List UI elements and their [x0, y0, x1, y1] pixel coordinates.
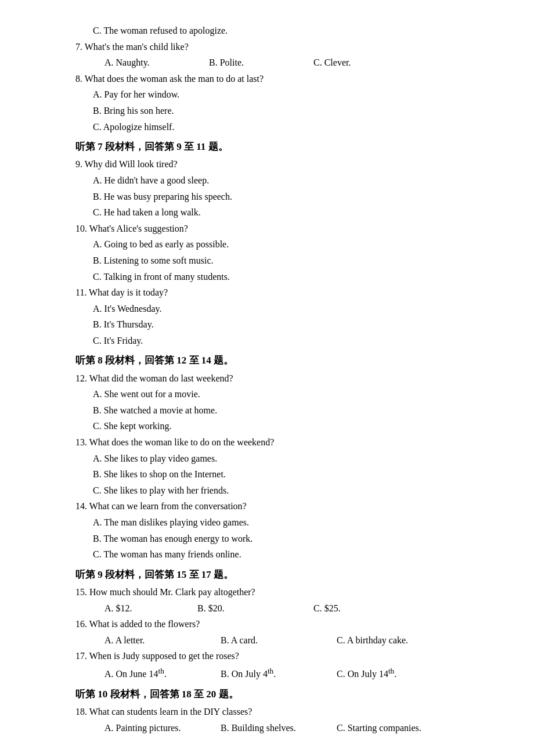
section-header: 听第 7 段材料，回答第 9 至 11 题。	[75, 139, 476, 154]
option-item: C. Clever.	[313, 55, 418, 70]
option-item: A. A letter.	[104, 633, 221, 648]
section-header: 听第 8 段材料，回答第 12 至 14 题。	[75, 352, 476, 368]
option-line: B. She watched a movie at home.	[93, 403, 476, 418]
question-line: 8. What does the woman ask the man to do…	[75, 71, 476, 87]
options-row: A. A letter.B. A card.C. A birthday cake…	[104, 633, 476, 648]
question-line: 18. What can students learn in the DIY c…	[75, 704, 476, 719]
option-item: C. On July 14th.	[337, 665, 453, 682]
question-line: 11. What day is it today?	[75, 285, 476, 300]
option-line: A. He didn't have a good sleep.	[93, 173, 476, 188]
option-item: A. Naughty.	[104, 55, 209, 70]
option-item: A. $12.	[104, 601, 197, 616]
question-line: 16. What is added to the flowers?	[75, 617, 476, 632]
option-item: C. $25.	[313, 601, 406, 616]
option-item: B. Building shelves.	[221, 721, 337, 736]
option-item: C. A birthday cake.	[337, 633, 464, 648]
question-line: 15. How much should Mr. Clark pay altoge…	[75, 585, 476, 600]
option-line: A. Pay for her window.	[93, 87, 476, 102]
question-line: 7. What's the man's child like?	[75, 39, 476, 55]
options-row-super: A. On June 14th.B. On July 4th.C. On Jul…	[104, 665, 476, 682]
question-line: 13. What does the woman like to do on th…	[75, 435, 476, 450]
option-item: B. On July 4th.	[221, 665, 337, 682]
option-item: B. A card.	[221, 633, 337, 648]
option-line: B. It's Thursday.	[93, 317, 476, 332]
option-line: C. She likes to play with her friends.	[93, 483, 476, 498]
option-line: C. The woman has many friends online.	[93, 547, 476, 562]
option-line: A. The man dislikes playing video games.	[93, 515, 476, 530]
option-line: C. The woman refused to apologize.	[93, 23, 476, 38]
option-line: A. It's Wednesday.	[93, 301, 476, 316]
option-line: B. The woman has enough energy to work.	[93, 531, 476, 546]
content: C. The woman refused to apologize.7. Wha…	[75, 23, 476, 735]
option-item: B. Polite.	[209, 55, 313, 70]
options-row: A. Naughty.B. Polite.C. Clever.	[104, 55, 476, 70]
option-line: C. Apologize himself.	[93, 120, 476, 135]
option-item: A. Painting pictures.	[104, 721, 221, 736]
option-line: C. He had taken a long walk.	[93, 205, 476, 220]
option-line: A. Going to bed as early as possible.	[93, 237, 476, 252]
option-line: B. Bring his son here.	[93, 103, 476, 118]
section-header: 听第 10 段材料，回答第 18 至 20 题。	[75, 686, 476, 702]
option-line: B. She likes to shop on the Internet.	[93, 467, 476, 482]
question-line: 10. What's Alice's suggestion?	[75, 221, 476, 236]
options-row: A. $12.B. $20.C. $25.	[104, 601, 476, 616]
option-line: C. It's Friday.	[93, 333, 476, 348]
option-item: A. On June 14th.	[104, 665, 221, 682]
option-item: B. $20.	[197, 601, 313, 616]
question-line: 14. What can we learn from the conversat…	[75, 499, 476, 514]
option-line: A. She went out for a movie.	[93, 387, 476, 402]
question-line: 9. Why did Will look tired?	[75, 157, 476, 172]
question-line: 12. What did the woman do last weekend?	[75, 371, 476, 386]
option-line: B. He was busy preparing his speech.	[93, 189, 476, 204]
question-line: 17. When is Judy supposed to get the ros…	[75, 649, 476, 664]
section-header: 听第 9 段材料，回答第 15 至 17 题。	[75, 567, 476, 582]
option-item: C. Starting companies.	[337, 721, 464, 736]
option-line: C. Talking in front of many students.	[93, 269, 476, 285]
option-line: A. She likes to play video games.	[93, 451, 476, 466]
option-line: C. She kept working.	[93, 419, 476, 434]
options-row: A. Painting pictures.B. Building shelves…	[104, 721, 476, 736]
option-line: B. Listening to some soft music.	[93, 253, 476, 268]
